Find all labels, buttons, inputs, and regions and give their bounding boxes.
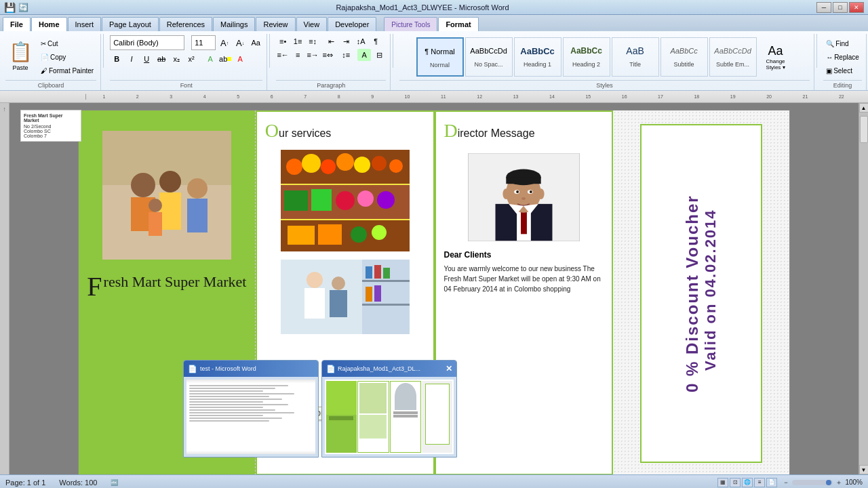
ribbon: 📋 Paste ✂Cut 📄Copy 🖌Format Painter Clipb… — [0, 31, 868, 91]
tab-review[interactable]: Review — [256, 17, 295, 31]
svg-point-40 — [307, 272, 323, 288]
title-bar-controls[interactable]: ─ □ ✕ — [816, 2, 864, 13]
popup-brochure-close[interactable]: ✕ — [446, 364, 452, 373]
status-bar-right: ▦ ⊡ 🌐 ≡ 📄 － ＋ 100% — [717, 478, 863, 487]
decrease-indent-button[interactable]: ⇤ — [324, 35, 338, 47]
word-count: Words: 100 — [59, 479, 97, 487]
replace-button[interactable]: ↔Replace — [823, 51, 862, 63]
tab-insert[interactable]: Insert — [68, 17, 102, 31]
style-normal[interactable]: ¶ Normal Normal — [416, 37, 464, 77]
popup-word-test[interactable]: 📄 test - Microsoft Word — [183, 360, 319, 458]
paste-button[interactable]: 📋 Paste — [5, 38, 35, 76]
font-name-input[interactable]: Calibri (Body) — [110, 35, 184, 50]
ribbon-separator-1 — [103, 34, 104, 68]
increase-indent-button[interactable]: ⇥ — [339, 35, 353, 47]
vertical-scrollbar[interactable]: ▲ ▼ — [859, 103, 868, 474]
tab-picture-tools[interactable]: Picture Tools — [384, 17, 437, 31]
close-button[interactable]: ✕ — [849, 2, 864, 13]
border-button[interactable]: ⊟ — [372, 49, 386, 61]
svg-rect-34 — [362, 304, 410, 306]
find-button[interactable]: 🔍Find — [823, 37, 851, 49]
tab-format[interactable]: Format — [438, 17, 478, 31]
style-title[interactable]: AaB Title — [612, 37, 659, 77]
style-heading1[interactable]: AaBbCc Heading 1 — [514, 37, 561, 77]
scroll-down-button[interactable]: ▼ — [859, 465, 869, 474]
styles-group: ¶ Normal Normal AaBbCcDd No Spac... AaBb… — [395, 34, 814, 90]
sort-button[interactable]: ↕A — [354, 35, 368, 47]
font-size-input[interactable]: 11 — [191, 35, 216, 50]
select-button[interactable]: ▣Select — [823, 64, 855, 77]
tab-bar: File Home Insert Page Layout References … — [0, 15, 868, 31]
tab-home[interactable]: Home — [31, 17, 67, 31]
numbering-button[interactable]: 1≡ — [291, 35, 304, 47]
svg-point-16 — [321, 159, 336, 174]
minimize-button[interactable]: ─ — [816, 2, 831, 13]
ribbon-separator-3 — [393, 34, 393, 68]
font-grow-button[interactable]: A↑ — [218, 37, 231, 49]
svg-rect-41 — [304, 288, 325, 319]
print-layout-button[interactable]: ▦ — [717, 478, 728, 487]
svg-rect-35 — [366, 266, 372, 279]
panel2-header-text: ur services — [279, 127, 331, 139]
svg-rect-43 — [330, 290, 347, 317]
outline-view-button[interactable]: ≡ — [754, 478, 765, 487]
draft-view-button[interactable]: 📄 — [766, 478, 777, 487]
zoom-slider[interactable] — [792, 480, 833, 485]
director-photo — [468, 153, 580, 241]
underline-button[interactable]: U — [140, 53, 153, 65]
align-center-button[interactable]: ≡ — [291, 49, 304, 61]
brochure-panel-4: 0 % Discount Voucher Valid on 04.02.2014 — [613, 110, 789, 474]
style-subtitle[interactable]: AaBbCc Subtitle — [660, 37, 708, 77]
bold-button[interactable]: B — [110, 53, 123, 65]
zoom-in-button[interactable]: ＋ — [835, 478, 842, 487]
panel1-title-text: resh Mart Super Market — [104, 273, 247, 290]
subscript-button[interactable]: x₂ — [170, 53, 183, 65]
tab-mailings[interactable]: Mailings — [213, 17, 255, 31]
copy-button[interactable]: 📄Copy — [38, 51, 96, 63]
tab-developer[interactable]: Developer — [328, 17, 376, 31]
svg-rect-21 — [284, 190, 308, 211]
zoom-out-button[interactable]: － — [783, 478, 789, 487]
justify-button[interactable]: ≡⇔ — [321, 49, 334, 61]
align-right-button[interactable]: ≡→ — [306, 49, 319, 61]
styles-label: Styles — [399, 80, 810, 89]
show-hide-button[interactable]: ¶ — [369, 35, 382, 47]
tab-page-layout[interactable]: Page Layout — [102, 17, 159, 31]
line-spacing-button[interactable]: ↕≡ — [339, 49, 353, 61]
view-buttons: ▦ ⊡ 🌐 ≡ 📄 — [717, 478, 777, 487]
text-highlight-button[interactable]: ab▬ — [218, 53, 232, 65]
full-screen-button[interactable]: ⊡ — [730, 478, 741, 487]
style-no-spacing[interactable]: AaBbCcDd No Spac... — [465, 37, 513, 77]
font-shrink-button[interactable]: A↓ — [233, 37, 247, 49]
italic-button[interactable]: I — [125, 53, 138, 65]
strikethrough-button[interactable]: ab — [155, 53, 168, 65]
text-effects-button[interactable]: A — [203, 53, 217, 65]
tab-file[interactable]: File — [3, 17, 31, 31]
preview-panel-3 — [390, 381, 422, 453]
align-left-button[interactable]: ≡← — [276, 49, 290, 61]
cut-button[interactable]: ✂Cut — [38, 37, 96, 49]
superscript-button[interactable]: x² — [184, 53, 198, 65]
address-line-3: Colombo SC — [24, 129, 78, 134]
svg-rect-9 — [149, 212, 162, 236]
font-color-button[interactable]: A — [233, 53, 247, 65]
svg-rect-22 — [311, 189, 332, 211]
svg-point-19 — [372, 156, 387, 171]
scroll-up-button[interactable]: ▲ — [859, 103, 869, 113]
shading-button[interactable]: A — [357, 49, 371, 61]
change-styles-button[interactable]: Aa ChangeStyles ▾ — [758, 43, 793, 72]
scroll-thumb[interactable] — [860, 116, 868, 143]
format-painter-button[interactable]: 🖌Format Painter — [38, 64, 96, 77]
clear-format-button[interactable]: Aa — [249, 37, 262, 49]
svg-point-15 — [302, 154, 321, 173]
tab-references[interactable]: References — [159, 17, 212, 31]
bullets-button[interactable]: ≡• — [276, 35, 290, 47]
popup-word-brochure[interactable]: 📄 Rajapaksha_Mod1_Act3_DL... ✕ — [321, 360, 457, 458]
style-heading2[interactable]: AaBbCc Heading 2 — [563, 37, 610, 77]
multilevel-button[interactable]: ≡↕ — [306, 35, 319, 47]
maximize-button[interactable]: □ — [833, 2, 848, 13]
address-line-2: No 2/Second — [24, 124, 78, 129]
web-layout-button[interactable]: 🌐 — [742, 478, 753, 487]
style-subtle-em[interactable]: AaBbCcDd Subtle Em... — [709, 37, 757, 77]
tab-view[interactable]: View — [296, 17, 328, 31]
